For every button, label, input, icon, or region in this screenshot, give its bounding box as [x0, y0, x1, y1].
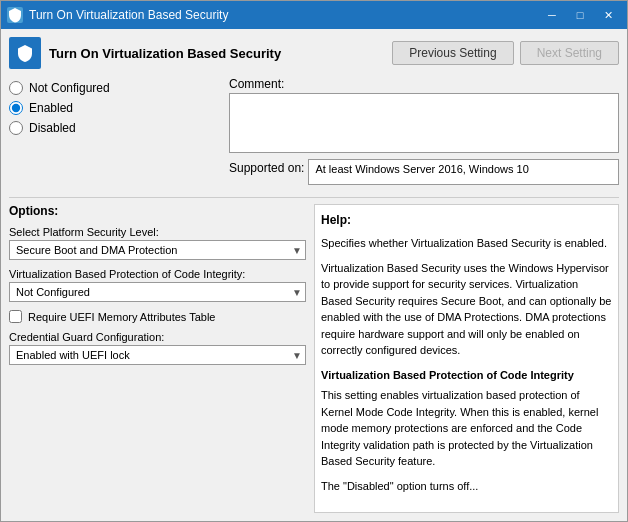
header-title: Turn On Virtualization Based Security — [49, 46, 392, 61]
platform-dropdown[interactable]: Secure Boot and DMA Protection Secure Bo… — [9, 240, 306, 260]
minimize-button[interactable]: ─ — [539, 6, 565, 24]
require-uefi-option[interactable]: Require UEFI Memory Attributes Table — [9, 310, 306, 323]
not-configured-option[interactable]: Not Configured — [9, 81, 229, 95]
help-label: Help: — [321, 211, 612, 229]
section-divider — [9, 197, 619, 198]
require-uefi-checkbox[interactable] — [9, 310, 22, 323]
window-title: Turn On Virtualization Based Security — [29, 8, 539, 22]
supported-section: Supported on: At least Windows Server 20… — [229, 159, 619, 185]
window-icon — [7, 7, 23, 23]
header-buttons: Previous Setting Next Setting — [392, 41, 619, 65]
right-panel: Comment: Supported on: At least Windows … — [229, 77, 619, 185]
help-para-2: Virtualization Based Security uses the W… — [321, 260, 612, 359]
help-para-1: Specifies whether Virtualization Based S… — [321, 235, 612, 252]
platform-security-group: Select Platform Security Level: Secure B… — [9, 226, 306, 260]
enabled-radio[interactable] — [9, 101, 23, 115]
left-panel: Not Configured Enabled Disabled — [9, 77, 229, 185]
disabled-label: Disabled — [29, 121, 76, 135]
help-para-4: The "Disabled" option turns off... — [321, 478, 612, 495]
platform-dropdown-wrapper: Secure Boot and DMA Protection Secure Bo… — [9, 240, 306, 260]
help-para-3: This setting enables virtualization base… — [321, 387, 612, 470]
code-integrity-dropdown[interactable]: Not Configured Enabled without lock Enab… — [9, 282, 306, 302]
content-area: Turn On Virtualization Based Security Pr… — [1, 29, 627, 521]
credential-guard-dropdown[interactable]: Disabled Enabled with UEFI lock Enabled … — [9, 345, 306, 365]
disabled-option[interactable]: Disabled — [9, 121, 229, 135]
header-section: Turn On Virtualization Based Security Pr… — [9, 37, 619, 69]
radio-group: Not Configured Enabled Disabled — [9, 81, 229, 135]
header-icon — [9, 37, 41, 69]
comment-section: Comment: — [229, 77, 619, 153]
supported-label: Supported on: — [229, 159, 308, 175]
prev-setting-button[interactable]: Previous Setting — [392, 41, 513, 65]
enabled-label: Enabled — [29, 101, 73, 115]
require-uefi-label: Require UEFI Memory Attributes Table — [28, 311, 215, 323]
platform-label: Select Platform Security Level: — [9, 226, 306, 238]
main-window: Turn On Virtualization Based Security ─ … — [0, 0, 628, 522]
disabled-radio[interactable] — [9, 121, 23, 135]
main-section: Not Configured Enabled Disabled Comment: — [9, 77, 619, 185]
close-button[interactable]: ✕ — [595, 6, 621, 24]
help-subheading-1: Virtualization Based Protection of Code … — [321, 367, 612, 384]
credential-guard-label: Credential Guard Configuration: — [9, 331, 306, 343]
title-bar: Turn On Virtualization Based Security ─ … — [1, 1, 627, 29]
window-controls: ─ □ ✕ — [539, 6, 621, 24]
comment-label: Comment: — [229, 77, 619, 91]
credential-guard-dropdown-wrapper: Disabled Enabled with UEFI lock Enabled … — [9, 345, 306, 365]
not-configured-label: Not Configured — [29, 81, 110, 95]
not-configured-radio[interactable] — [9, 81, 23, 95]
code-integrity-label: Virtualization Based Protection of Code … — [9, 268, 306, 280]
next-setting-button[interactable]: Next Setting — [520, 41, 619, 65]
help-panel: Help: Specifies whether Virtualization B… — [314, 204, 619, 513]
options-label: Options: — [9, 204, 58, 218]
credential-guard-group: Credential Guard Configuration: Disabled… — [9, 331, 306, 365]
options-help-section: Options: Select Platform Security Level:… — [9, 204, 619, 513]
maximize-button[interactable]: □ — [567, 6, 593, 24]
code-integrity-group: Virtualization Based Protection of Code … — [9, 268, 306, 302]
supported-value: At least Windows Server 2016, Windows 10 — [308, 159, 619, 185]
enabled-option[interactable]: Enabled — [9, 101, 229, 115]
code-integrity-dropdown-wrapper: Not Configured Enabled without lock Enab… — [9, 282, 306, 302]
comment-textarea[interactable] — [229, 93, 619, 153]
options-panel: Options: Select Platform Security Level:… — [9, 204, 314, 513]
